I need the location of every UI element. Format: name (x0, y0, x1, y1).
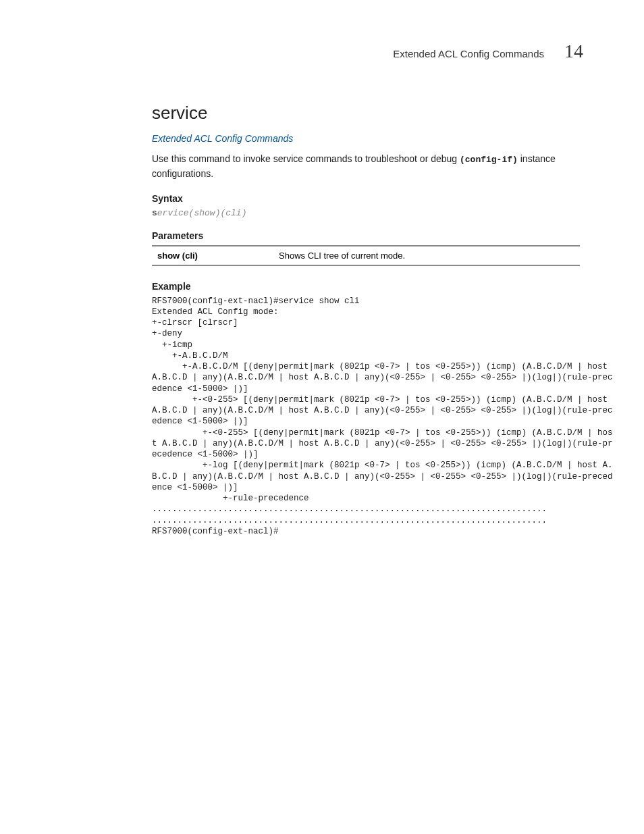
param-name: show (cli) (152, 246, 273, 265)
param-desc: Shows CLI tree of current mode. (273, 246, 580, 265)
desc-pre: Use this command to invoke service comma… (152, 153, 460, 164)
chapter-number: 14 (564, 41, 583, 62)
section-title: service (152, 103, 580, 124)
page-header: Extended ACL Config Commands 14 (41, 41, 603, 62)
header-title: Extended ACL Config Commands (393, 48, 544, 59)
syntax-code: service(show)(cli) (152, 208, 580, 218)
syntax-s: s (152, 208, 157, 218)
table-row: show (cli) Shows CLI tree of current mod… (152, 246, 580, 265)
desc-code: (config-if) (460, 155, 518, 165)
example-code: RFS7000(config-ext-nacl)#service show cl… (152, 296, 614, 538)
section-description: Use this command to invoke service comma… (152, 152, 580, 181)
content-area: service Extended ACL Config Commands Use… (41, 103, 603, 537)
syntax-heading: Syntax (152, 193, 580, 204)
parameters-table: show (cli) Shows CLI tree of current mod… (152, 245, 580, 266)
parameters-heading: Parameters (152, 230, 580, 241)
example-heading: Example (152, 281, 580, 292)
breadcrumb-link[interactable]: Extended ACL Config Commands (152, 133, 580, 144)
syntax-rest: ervice(show)(cli) (157, 208, 247, 218)
